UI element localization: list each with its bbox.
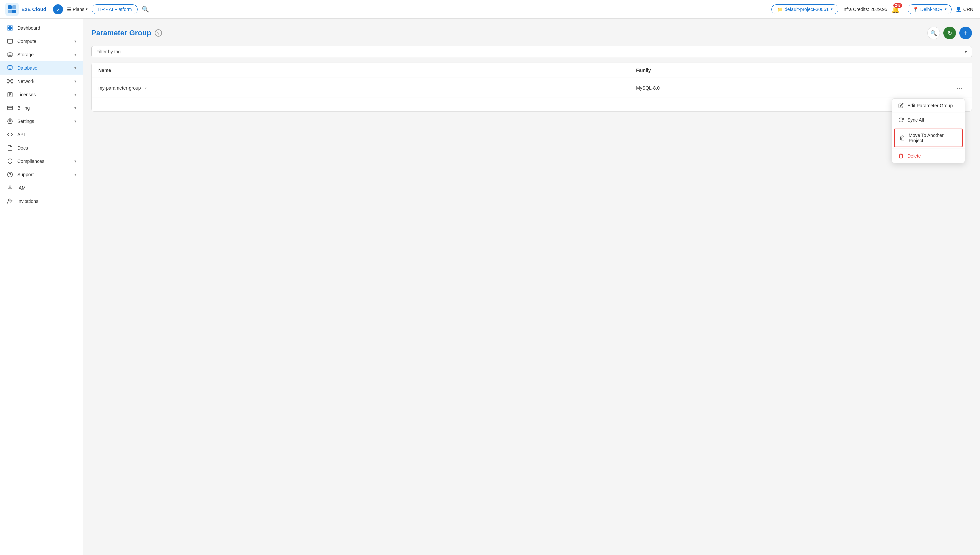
svg-line-18 <box>9 80 10 81</box>
menu-item-edit-label: Edit Parameter Group <box>907 103 953 108</box>
sidebar-item-licenses[interactable]: Licenses ▾ <box>0 88 83 101</box>
sidebar-item-storage[interactable]: Storage ▾ <box>0 48 83 61</box>
sidebar-item-docs-label: Docs <box>17 145 76 151</box>
sidebar-toggle-button[interactable]: ‹‹ <box>53 4 63 14</box>
project-selector-button[interactable]: 📁 default-project-30061 ▾ <box>771 4 838 14</box>
sidebar-item-settings[interactable]: Settings ▾ <box>0 115 83 128</box>
network-chevron-icon: ▾ <box>74 79 76 83</box>
sidebar-item-dashboard-label: Dashboard <box>17 25 76 30</box>
svg-line-19 <box>11 80 12 81</box>
licenses-icon <box>6 91 13 98</box>
compute-chevron-icon: ▾ <box>74 39 76 43</box>
table-header-row: Name Family <box>92 63 972 78</box>
logo-text: E2E Cloud <box>21 6 47 12</box>
move-icon <box>899 135 905 141</box>
user-icon: 👤 <box>956 6 961 12</box>
plans-button[interactable]: ☰ Plans ▾ <box>67 6 88 12</box>
sidebar-item-database[interactable]: Database ▾ <box>0 61 83 75</box>
sidebar-item-storage-label: Storage <box>17 52 70 57</box>
sidebar-item-compute[interactable]: Compute ▾ <box>0 35 83 48</box>
row-name-cell: my-parameter-group ⚬ <box>92 78 629 98</box>
sidebar-item-database-label: Database <box>17 65 70 71</box>
svg-rect-26 <box>8 106 13 110</box>
sidebar-item-licenses-label: Licenses <box>17 92 70 97</box>
add-parameter-group-button[interactable]: + <box>959 27 972 39</box>
row-family-cell: MySQL-8.0 <box>629 78 947 98</box>
support-icon <box>6 171 13 178</box>
sidebar-item-billing[interactable]: Billing ▾ <box>0 101 83 115</box>
sidebar-item-compliances-label: Compliances <box>17 159 70 164</box>
inline-edit-icon[interactable]: ⚬ <box>144 85 148 91</box>
plans-chevron-icon: ▾ <box>86 7 88 11</box>
page-title: Parameter Group <box>92 29 151 37</box>
sidebar-item-api-label: API <box>17 132 76 137</box>
docs-icon <box>6 144 13 151</box>
filter-label: Filter by tag <box>96 49 120 54</box>
plans-icon: ☰ <box>67 6 71 12</box>
sidebar-nav: Dashboard Compute ▾ Storage ▾ <box>0 19 83 555</box>
pagination-area: Items per <box>92 98 972 111</box>
more-actions-button[interactable]: ⋯ <box>954 83 965 93</box>
sidebar-item-settings-label: Settings <box>17 119 70 124</box>
menu-item-delete[interactable]: Delete <box>892 149 965 163</box>
invitations-icon <box>6 198 13 205</box>
svg-point-31 <box>9 186 11 188</box>
svg-rect-6 <box>8 29 9 30</box>
svg-rect-7 <box>11 29 12 30</box>
sidebar-item-invitations[interactable]: Invitations <box>0 194 83 208</box>
svg-rect-5 <box>11 26 12 27</box>
database-chevron-icon: ▾ <box>74 66 76 70</box>
tir-platform-button[interactable]: TIR - AI Platform <box>92 4 137 14</box>
menu-item-sync[interactable]: Sync All <box>892 113 965 127</box>
notifications-button[interactable]: 🔔 247 <box>891 5 900 13</box>
billing-chevron-icon: ▾ <box>74 106 76 110</box>
topnav: E2E Cloud ‹‹ ☰ Plans ▾ TIR - AI Platform… <box>0 0 980 19</box>
sidebar-item-network-label: Network <box>17 79 70 84</box>
storage-icon <box>6 51 13 58</box>
delete-icon <box>898 153 904 159</box>
sidebar-item-dashboard[interactable]: Dashboard <box>0 21 83 35</box>
svg-line-20 <box>9 82 10 83</box>
main-layout: Dashboard Compute ▾ Storage ▾ <box>0 19 980 555</box>
support-chevron-icon: ▾ <box>74 172 76 177</box>
parameter-group-table-container: Name Family my-parameter-group ⚬ <box>92 63 972 112</box>
parameter-group-family: MySQL-8.0 <box>636 85 660 91</box>
region-chevron-icon: ▾ <box>945 7 947 11</box>
dashboard-icon <box>6 25 13 31</box>
region-selector-button[interactable]: 📍 Delhi-NCR ▾ <box>908 4 952 14</box>
sidebar-item-docs[interactable]: Docs <box>0 141 83 155</box>
sidebar-item-api[interactable]: API <box>0 128 83 141</box>
svg-point-14 <box>8 79 9 80</box>
sidebar-item-network[interactable]: Network ▾ <box>0 75 83 88</box>
folder-icon: 📁 <box>777 6 783 12</box>
compute-icon <box>6 38 13 45</box>
col-name: Name <box>92 63 629 78</box>
menu-item-move[interactable]: Move To Another Project <box>894 128 963 147</box>
svg-point-16 <box>8 82 9 83</box>
settings-icon <box>6 118 13 125</box>
database-icon <box>6 65 13 71</box>
help-icon[interactable]: ? <box>155 29 162 37</box>
sidebar-item-support[interactable]: Support ▾ <box>0 168 83 181</box>
refresh-button[interactable]: ↻ <box>943 27 956 39</box>
user-menu-button[interactable]: 👤 CRN. <box>956 6 975 12</box>
compliances-icon <box>6 158 13 165</box>
menu-item-move-label: Move To Another Project <box>909 133 958 143</box>
svg-point-11 <box>8 53 12 54</box>
sidebar-item-iam[interactable]: IAM <box>0 181 83 194</box>
search-table-button[interactable]: 🔍 <box>927 27 940 39</box>
sync-icon <box>898 117 904 123</box>
filter-by-tag-select[interactable]: Filter by tag ▾ <box>92 46 972 57</box>
search-button[interactable]: 🔍 <box>142 6 149 13</box>
svg-point-17 <box>12 82 13 83</box>
main-content: Parameter Group ? 🔍 ↻ + Filter by tag ▾ … <box>84 19 980 555</box>
row-actions-cell: ⋯ Edit Parameter Group <box>947 78 972 98</box>
sidebar-item-compliances[interactable]: Compliances ▾ <box>0 155 83 168</box>
page-title-area: Parameter Group ? <box>92 29 162 37</box>
parameter-group-name: my-parameter-group <box>98 85 141 91</box>
svg-line-21 <box>11 82 12 83</box>
sidebar: Dashboard Compute ▾ Storage ▾ <box>0 19 84 555</box>
menu-item-edit[interactable]: Edit Parameter Group <box>892 99 965 112</box>
licenses-chevron-icon: ▾ <box>74 92 76 97</box>
menu-item-delete-label: Delete <box>907 153 921 159</box>
